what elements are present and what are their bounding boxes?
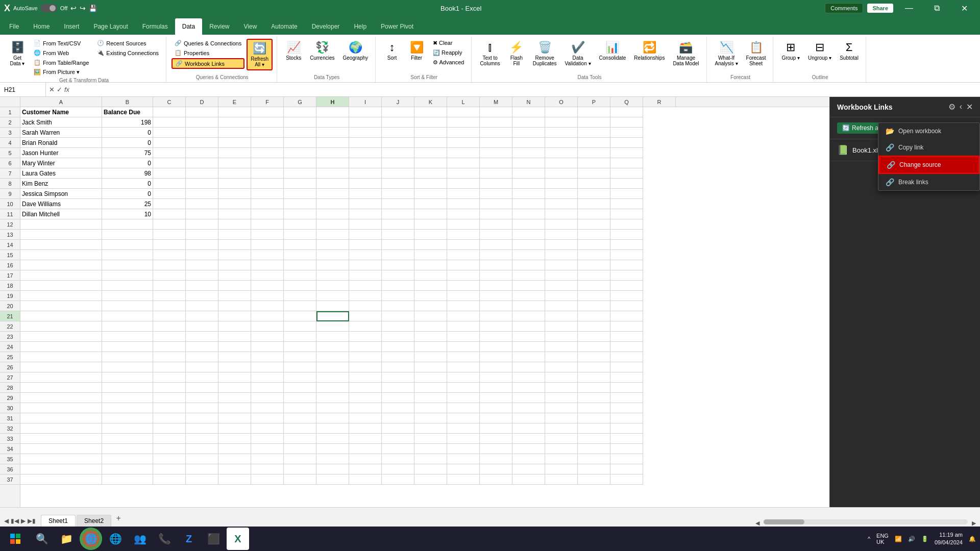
cell-M16[interactable] (480, 260, 512, 270)
cell-A10[interactable]: Dave Williams (20, 199, 102, 209)
col-header-Q[interactable]: Q (610, 97, 643, 107)
cell-I6[interactable] (349, 158, 382, 168)
cell-A2[interactable]: Jack Smith (20, 117, 102, 128)
cell-M27[interactable] (480, 372, 512, 383)
cell-C32[interactable] (153, 423, 186, 434)
from-text-csv-btn[interactable]: 📄 From Text/CSV (31, 39, 92, 47)
cell-G36[interactable] (284, 464, 316, 474)
cell-D5[interactable] (186, 148, 218, 158)
cell-I23[interactable] (349, 332, 382, 342)
sheet-first-btn[interactable]: ▮◀ (11, 517, 19, 524)
cell-K21[interactable] (414, 311, 447, 321)
cell-K30[interactable] (414, 403, 447, 413)
cell-H1[interactable] (316, 107, 349, 117)
cell-N36[interactable] (512, 464, 545, 474)
sheet-last-btn[interactable]: ▶▮ (28, 517, 36, 524)
cell-D29[interactable] (186, 393, 218, 403)
scroll-left-btn[interactable]: ◀ (755, 520, 760, 527)
row-header-18[interactable]: 18 (0, 281, 20, 291)
cell-P1[interactable] (578, 107, 610, 117)
cell-H23[interactable] (316, 332, 349, 342)
tab-insert[interactable]: Insert (57, 18, 86, 35)
cell-D37[interactable] (186, 474, 218, 485)
cell-I17[interactable] (349, 270, 382, 281)
sheet-tab-sheet2[interactable]: Sheet2 (77, 515, 111, 527)
cell-B15[interactable] (102, 250, 153, 260)
forecast-sheet-btn[interactable]: 📋 ForecastSheet (743, 39, 769, 68)
cell-P6[interactable] (578, 158, 610, 168)
cell-B19[interactable] (102, 291, 153, 301)
cell-A12[interactable] (20, 219, 102, 230)
cell-F10[interactable] (251, 199, 284, 209)
cell-L12[interactable] (447, 219, 480, 230)
cell-A16[interactable] (20, 260, 102, 270)
cell-E25[interactable] (218, 352, 251, 362)
cell-L35[interactable] (447, 454, 480, 464)
cell-K4[interactable] (414, 138, 447, 148)
cell-E11[interactable] (218, 209, 251, 219)
cell-Q17[interactable] (610, 270, 643, 281)
cell-F12[interactable] (251, 219, 284, 230)
cell-G28[interactable] (284, 383, 316, 393)
cell-D27[interactable] (186, 372, 218, 383)
cell-M34[interactable] (480, 444, 512, 454)
cell-C29[interactable] (153, 393, 186, 403)
cell-J23[interactable] (382, 332, 414, 342)
cell-O18[interactable] (545, 281, 578, 291)
comments-btn[interactable]: Comments (825, 3, 863, 13)
cell-O6[interactable] (545, 158, 578, 168)
cell-D30[interactable] (186, 403, 218, 413)
cell-A26[interactable] (20, 362, 102, 372)
cell-P7[interactable] (578, 168, 610, 179)
row-header-11[interactable]: 11 (0, 209, 20, 219)
row-header-35[interactable]: 35 (0, 454, 20, 464)
cell-M19[interactable] (480, 291, 512, 301)
cell-P37[interactable] (578, 474, 610, 485)
cell-K37[interactable] (414, 474, 447, 485)
row-header-37[interactable]: 37 (0, 474, 20, 485)
cell-A25[interactable] (20, 352, 102, 362)
start-btn[interactable] (4, 528, 27, 550)
cell-L14[interactable] (447, 240, 480, 250)
cell-C30[interactable] (153, 403, 186, 413)
cell-B30[interactable] (102, 403, 153, 413)
zoom-taskbar-btn[interactable]: Z (178, 528, 200, 550)
cell-K7[interactable] (414, 168, 447, 179)
cell-C23[interactable] (153, 332, 186, 342)
cell-I7[interactable] (349, 168, 382, 179)
share-btn[interactable]: Share (867, 4, 893, 13)
cell-J30[interactable] (382, 403, 414, 413)
restore-btn[interactable]: ⧉ (925, 0, 948, 16)
cell-D4[interactable] (186, 138, 218, 148)
queries-connections-btn[interactable]: 🔗 Queries & Connections (172, 39, 244, 47)
cell-I5[interactable] (349, 148, 382, 158)
cell-A30[interactable] (20, 403, 102, 413)
cell-O5[interactable] (545, 148, 578, 158)
filter-btn[interactable]: 🔽 Filter (405, 39, 428, 63)
cell-F9[interactable] (251, 189, 284, 199)
cell-B2[interactable]: 198 (102, 117, 153, 128)
cell-H33[interactable] (316, 434, 349, 444)
cell-J26[interactable] (382, 362, 414, 372)
cell-M8[interactable] (480, 179, 512, 189)
cell-N28[interactable] (512, 383, 545, 393)
cell-G30[interactable] (284, 403, 316, 413)
properties-btn[interactable]: 📋 Properties (172, 48, 244, 57)
cell-I28[interactable] (349, 383, 382, 393)
cell-N18[interactable] (512, 281, 545, 291)
cell-P13[interactable] (578, 230, 610, 240)
cell-N8[interactable] (512, 179, 545, 189)
cell-P4[interactable] (578, 138, 610, 148)
cell-O26[interactable] (545, 362, 578, 372)
clock[interactable]: 11:19 am 09/04/2024 (935, 531, 963, 547)
cell-F25[interactable] (251, 352, 284, 362)
cell-C6[interactable] (153, 158, 186, 168)
row-header-34[interactable]: 34 (0, 444, 20, 454)
cell-L28[interactable] (447, 383, 480, 393)
cell-H9[interactable] (316, 189, 349, 199)
cell-G32[interactable] (284, 423, 316, 434)
cell-G25[interactable] (284, 352, 316, 362)
cell-M3[interactable] (480, 128, 512, 138)
cell-G16[interactable] (284, 260, 316, 270)
cell-Q7[interactable] (610, 168, 643, 179)
